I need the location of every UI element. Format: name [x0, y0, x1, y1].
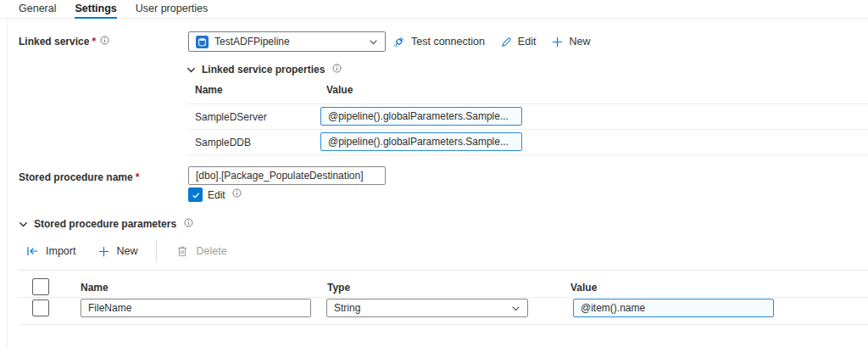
stored-procedure-name-input[interactable]	[188, 166, 386, 185]
param-column-type: Type	[327, 282, 350, 294]
lsp-column-name: Name	[195, 84, 223, 96]
stored-procedure-name-label: Stored procedure name *	[19, 171, 139, 183]
table-top-border	[19, 270, 868, 271]
tab-bar: General Settings User properties	[0, 0, 868, 19]
plus-icon	[97, 245, 110, 258]
plug-icon	[392, 35, 406, 48]
stored-procedure-parameters-header[interactable]: Stored procedure parameters	[19, 218, 193, 230]
new-linked-service-button[interactable]: New	[551, 36, 590, 48]
divider	[186, 154, 868, 155]
linked-service-label: Linked service *	[19, 36, 109, 48]
toolbar-divider	[156, 240, 157, 262]
param-column-value: Value	[570, 282, 597, 294]
linked-service-actions: Test connection Edit New	[392, 31, 590, 52]
settings-panel: General Settings User properties Linked …	[0, 0, 868, 347]
linked-service-value: TestADFPipeline	[214, 36, 290, 48]
lsp-column-value: Value	[326, 84, 353, 96]
linked-service-dropdown[interactable]: TestADFPipeline	[188, 31, 386, 52]
lsp-row-value-input[interactable]	[320, 107, 522, 126]
select-all-checkbox[interactable]	[32, 278, 49, 295]
delete-parameter-button: Delete	[175, 244, 226, 258]
info-icon[interactable]	[100, 36, 109, 45]
param-value-input[interactable]	[573, 299, 774, 317]
param-column-name: Name	[81, 282, 108, 294]
divider	[19, 324, 868, 325]
linked-service-properties-title: Linked service properties	[202, 64, 325, 76]
import-arrow-icon	[25, 244, 39, 258]
param-name-input[interactable]	[81, 299, 311, 317]
new-parameter-button[interactable]: New	[97, 245, 137, 258]
tab-general[interactable]: General	[19, 0, 56, 19]
edit-checkbox-label: Edit	[208, 189, 225, 201]
new-parameter-label: New	[116, 245, 137, 257]
parameters-toolbar: Import New Delete	[25, 240, 227, 262]
edit-linked-service-label: Edit	[518, 36, 537, 48]
panel-left-border	[7, 19, 8, 347]
divider	[186, 129, 868, 130]
lsp-row-name: SampleDServer	[195, 111, 267, 123]
param-type-value: String	[334, 302, 360, 314]
plus-icon	[551, 36, 564, 48]
required-asterisk: *	[92, 36, 96, 48]
chevron-expanded-icon	[19, 220, 28, 229]
linked-service-properties-header[interactable]: Linked service properties	[186, 64, 342, 76]
sql-database-icon	[196, 36, 209, 48]
info-icon[interactable]	[332, 64, 342, 73]
param-type-dropdown[interactable]: String	[326, 299, 528, 317]
lsp-row-value-input[interactable]	[320, 132, 522, 151]
trash-icon	[175, 244, 189, 258]
chevron-down-icon	[511, 304, 520, 313]
new-linked-service-label: New	[569, 36, 590, 48]
lsp-row-name: SampleDDB	[195, 137, 251, 148]
edit-linked-service-button[interactable]: Edit	[500, 36, 537, 48]
divider	[186, 104, 868, 104]
chevron-down-icon	[369, 37, 378, 47]
stored-procedure-name-label-text: Stored procedure name	[19, 171, 133, 183]
tab-user-properties[interactable]: User properties	[136, 0, 208, 19]
required-asterisk: *	[136, 171, 140, 183]
import-button[interactable]: Import	[25, 244, 75, 258]
chevron-expanded-icon	[186, 65, 196, 75]
test-connection-button[interactable]: Test connection	[392, 35, 485, 48]
info-icon[interactable]	[232, 188, 242, 198]
info-icon[interactable]	[184, 218, 193, 227]
edit-checkbox[interactable]	[188, 187, 203, 202]
divider	[19, 297, 868, 298]
edit-checkbox-row: Edit	[188, 187, 242, 202]
stored-procedure-parameters-title: Stored procedure parameters	[34, 218, 176, 230]
row-checkbox[interactable]	[32, 299, 49, 316]
delete-parameter-label: Delete	[196, 245, 226, 257]
test-connection-label: Test connection	[411, 36, 485, 48]
pencil-icon	[500, 36, 513, 48]
check-icon	[191, 190, 201, 200]
tab-settings[interactable]: Settings	[75, 0, 116, 19]
import-label: Import	[46, 245, 75, 257]
linked-service-label-text: Linked service	[19, 36, 89, 48]
